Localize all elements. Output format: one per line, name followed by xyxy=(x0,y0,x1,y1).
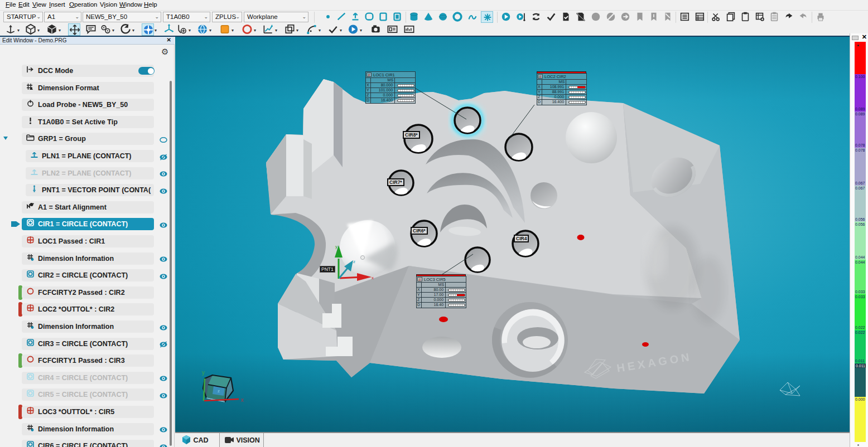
svg-text:y: y xyxy=(335,244,337,249)
svg-text:z: z xyxy=(353,259,355,264)
svg-text:x: x xyxy=(241,397,244,403)
svg-text:x: x xyxy=(372,275,374,280)
svg-text:z: z xyxy=(218,388,220,393)
svg-text:y: y xyxy=(202,370,205,376)
